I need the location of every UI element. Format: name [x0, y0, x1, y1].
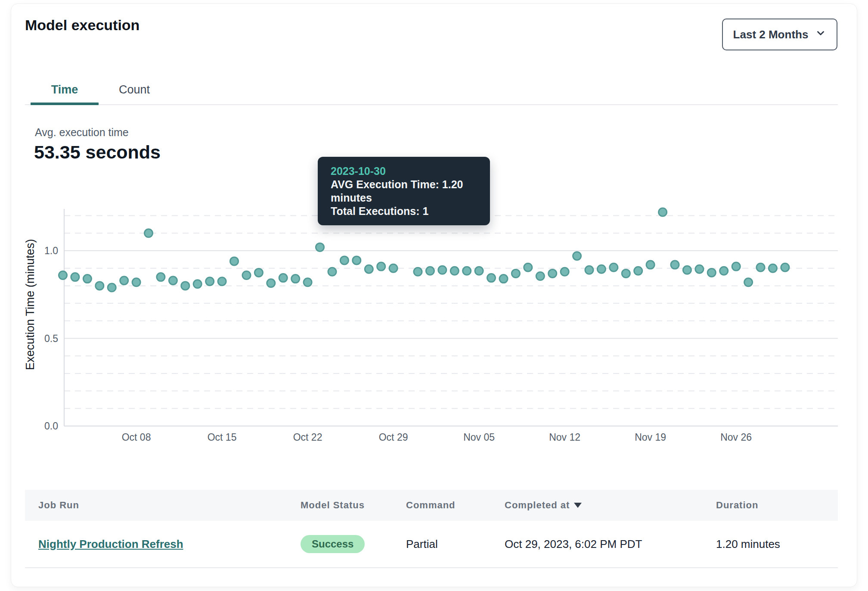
data-point[interactable]	[597, 265, 605, 273]
tabs-separator	[25, 104, 838, 105]
sort-desc-icon	[574, 503, 582, 508]
data-point[interactable]	[585, 266, 593, 274]
data-point[interactable]	[328, 268, 336, 276]
column-header-job-run: Job Run	[38, 500, 301, 511]
data-point[interactable]	[610, 263, 618, 271]
x-tick-label: Oct 15	[208, 432, 237, 443]
data-point[interactable]	[450, 267, 459, 275]
column-header-duration: Duration	[716, 500, 838, 511]
chart-tooltip: 2023-10-30 AVG Execution Time: 1.20 minu…	[318, 157, 490, 225]
data-point[interactable]	[659, 208, 667, 216]
duration-cell: 1.20 minutes	[716, 538, 838, 551]
model-execution-card: Model execution Last 2 Months Time Count…	[11, 3, 857, 587]
x-tick-label: Nov 05	[463, 432, 495, 443]
data-point[interactable]	[83, 275, 91, 283]
column-header-completed-at[interactable]: Completed at	[505, 500, 716, 511]
page-title: Model execution	[25, 17, 140, 34]
tooltip-total-executions: Total Executions: 1	[331, 205, 477, 218]
tab-time[interactable]: Time	[31, 76, 99, 103]
table-header: Job Run Model Status Command Completed a…	[25, 490, 838, 521]
data-point[interactable]	[634, 267, 642, 275]
tooltip-avg-execution-time: AVG Execution Time: 1.20 minutes	[331, 178, 477, 205]
date-range-value: Last 2 Months	[733, 28, 809, 41]
job-run-link[interactable]: Nightly Production Refresh	[38, 538, 183, 551]
data-point[interactable]	[279, 274, 287, 282]
command-cell: Partial	[406, 538, 505, 551]
data-point[interactable]	[744, 278, 753, 286]
data-point[interactable]	[132, 278, 140, 286]
x-tick-label: Nov 12	[549, 432, 580, 443]
data-point[interactable]	[230, 257, 239, 265]
data-point[interactable]	[463, 267, 471, 275]
data-point[interactable]	[622, 269, 630, 277]
y-tick-label: 0.5	[44, 333, 58, 344]
y-tick-label: 1.0	[44, 245, 58, 256]
data-point[interactable]	[769, 264, 777, 272]
tooltip-date: 2023-10-30	[331, 164, 477, 178]
data-point[interactable]	[96, 282, 104, 290]
data-point[interactable]	[487, 274, 496, 282]
data-point[interactable]	[71, 273, 79, 281]
data-point[interactable]	[499, 275, 508, 283]
data-point[interactable]	[683, 266, 691, 274]
data-point[interactable]	[181, 282, 189, 290]
data-point[interactable]	[720, 267, 728, 275]
data-point[interactable]	[169, 277, 177, 285]
data-point[interactable]	[549, 269, 557, 277]
data-point[interactable]	[157, 273, 165, 281]
column-header-model-status: Model Status	[301, 500, 406, 511]
chevron-down-icon	[815, 28, 826, 42]
data-point[interactable]	[206, 277, 214, 286]
x-tick-label: Oct 22	[293, 432, 322, 443]
avg-execution-time-label: Avg. execution time	[35, 126, 129, 139]
model-execution-screen: Model execution Last 2 Months Time Count…	[0, 0, 868, 591]
data-point[interactable]	[340, 256, 348, 264]
data-point[interactable]	[389, 264, 397, 272]
data-point[interactable]	[291, 275, 300, 283]
y-axis-title: Execution Time (minutes)	[25, 239, 37, 370]
data-point[interactable]	[707, 268, 716, 277]
data-point[interactable]	[524, 263, 532, 271]
data-point[interactable]	[365, 265, 373, 273]
data-point[interactable]	[414, 268, 422, 276]
data-point[interactable]	[145, 229, 153, 237]
data-point[interactable]	[573, 252, 581, 260]
completed-at-cell: Oct 29, 2023, 6:02 PM PDT	[505, 538, 716, 551]
execution-time-chart[interactable]: 0.00.51.0Execution Time (minutes)Oct 08O…	[25, 203, 843, 451]
data-point[interactable]	[695, 265, 704, 273]
data-point[interactable]	[218, 277, 226, 286]
x-tick-label: Oct 29	[379, 432, 408, 443]
y-tick-label: 0.0	[44, 420, 58, 432]
data-point[interactable]	[756, 263, 765, 271]
avg-execution-time-value: 53.35 seconds	[34, 142, 161, 163]
status-badge: Success	[301, 535, 365, 553]
data-point[interactable]	[646, 261, 654, 269]
data-point[interactable]	[426, 267, 434, 275]
tab-count[interactable]: Count	[99, 76, 170, 103]
data-point[interactable]	[377, 262, 385, 271]
column-header-command: Command	[406, 500, 505, 511]
data-point[interactable]	[108, 283, 116, 292]
data-point[interactable]	[120, 277, 128, 285]
data-point[interactable]	[561, 268, 569, 276]
data-point[interactable]	[242, 271, 251, 280]
x-tick-label: Nov 19	[635, 432, 666, 443]
data-point[interactable]	[304, 278, 312, 286]
data-point[interactable]	[59, 271, 67, 280]
data-point[interactable]	[267, 279, 275, 287]
data-point[interactable]	[254, 268, 263, 277]
data-point[interactable]	[353, 256, 361, 264]
data-point[interactable]	[671, 261, 679, 269]
data-point[interactable]	[316, 243, 324, 251]
data-point[interactable]	[475, 267, 483, 275]
data-point[interactable]	[512, 269, 520, 277]
chart-tabs: Time Count	[31, 76, 170, 103]
data-point[interactable]	[732, 262, 740, 271]
x-tick-label: Oct 08	[122, 432, 151, 443]
data-point[interactable]	[193, 280, 202, 288]
data-point[interactable]	[438, 266, 446, 274]
date-range-dropdown[interactable]: Last 2 Months	[722, 19, 837, 50]
x-tick-label: Nov 26	[720, 432, 752, 443]
data-point[interactable]	[781, 263, 789, 271]
data-point[interactable]	[536, 272, 544, 280]
